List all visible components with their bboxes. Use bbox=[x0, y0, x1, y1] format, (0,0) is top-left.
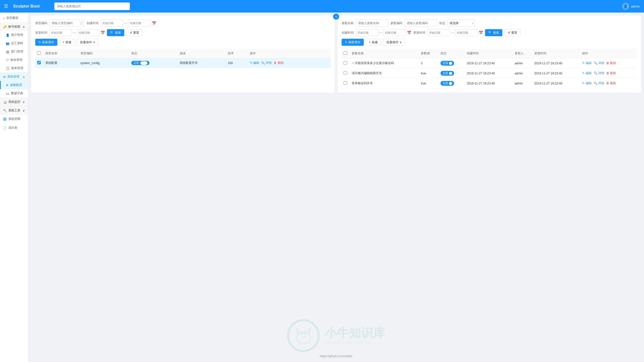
action-links-right-2: ✎ 编辑 🔍 详情 🗑 删除 bbox=[582, 71, 635, 75]
global-search-input[interactable] bbox=[54, 3, 130, 10]
update-time-range-right: — 📅 bbox=[427, 29, 483, 36]
search-button-left[interactable]: 🔍 搜索 bbox=[107, 29, 124, 36]
watermark: 小牛知识库 XIAO NIU ZHI SHI KU bbox=[287, 319, 385, 352]
app-title: Sculptor Boot bbox=[13, 4, 40, 9]
action-links-right-3: ✎ 编辑 🔍 详情 🗑 删除 bbox=[582, 81, 635, 85]
cell-ops-left-1: ✎ 编辑 🔍 详情 🗑 删除 bbox=[248, 58, 331, 68]
global-search-wrap bbox=[54, 3, 130, 10]
svg-point-0 bbox=[296, 333, 310, 344]
sidebar-item-home[interactable]: ⌂ 首页概览 bbox=[0, 14, 28, 22]
right-filter-row1: 参数名称 参数编码 状态 请选择 启用 禁用 ∨ bbox=[342, 20, 637, 27]
cell-create-time-2: 2019-11-27 19:23:40 bbox=[465, 68, 513, 78]
update-end-date-input-left[interactable] bbox=[77, 29, 100, 36]
reset-icon-right: ↺ bbox=[508, 31, 510, 34]
create-calendar-right[interactable]: 📅 bbox=[407, 31, 411, 35]
batch-button-right[interactable]: 批量操作 ∨ bbox=[383, 39, 405, 46]
create-start-date-right[interactable] bbox=[356, 29, 378, 36]
search-button-right[interactable]: 🔍 搜索 bbox=[485, 29, 502, 36]
update-start-date-right[interactable] bbox=[427, 29, 450, 36]
create-calendar-icon[interactable]: 📅 bbox=[152, 21, 156, 25]
cell-param-name-2: 演示模式编辑权限开关 bbox=[350, 68, 419, 78]
new-button-right[interactable]: + 新建 bbox=[366, 39, 381, 46]
status-toggle-right-2[interactable] bbox=[449, 72, 452, 75]
status-select-right[interactable]: 请选择 启用 禁用 bbox=[447, 20, 475, 27]
cell-param-value-2: true bbox=[419, 68, 438, 78]
detail-link-right-2[interactable]: 🔍 详情 bbox=[594, 71, 604, 75]
refresh-cache-button-right[interactable]: ↻ 刷新缓存 bbox=[342, 39, 364, 46]
row-checkbox-right-1[interactable] bbox=[344, 61, 347, 65]
menu-toggle-button[interactable]: ☰ bbox=[4, 4, 8, 9]
delete-link-right-2[interactable]: 🗑 删除 bbox=[606, 71, 616, 75]
refresh-cache-button-left[interactable]: ↻ 刷新缓存 bbox=[35, 39, 57, 46]
update-calendar-right[interactable]: 📅 bbox=[479, 31, 483, 35]
reset-icon-left: ↺ bbox=[130, 31, 132, 34]
detail-link-right-1[interactable]: 🔍 详情 bbox=[594, 61, 604, 65]
cell-updater-1: admin bbox=[513, 58, 532, 68]
new-button-left[interactable]: + 新建 bbox=[59, 39, 75, 46]
type-code-label: 类型编码 bbox=[35, 21, 47, 25]
right-panel: 参数名称 参数编码 状态 请选择 启用 禁用 ∨ bbox=[338, 16, 641, 93]
edit-link-right-1[interactable]: ✎ 编辑 bbox=[582, 61, 591, 65]
select-all-left[interactable] bbox=[37, 51, 41, 55]
col-type-code: 类型编码 bbox=[78, 49, 129, 58]
reset-button-right[interactable]: ↺ 重置 bbox=[504, 29, 520, 36]
plus-icon-right: + bbox=[369, 40, 371, 44]
sidebar-item-data-dict[interactable]: 📖 数据字典 bbox=[0, 89, 28, 98]
update-calendar-icon-left[interactable]: 📅 bbox=[101, 31, 105, 35]
type-code-clear-icon: ☐ bbox=[80, 21, 83, 25]
sidebar-item-dept[interactable]: 🏢 部门管理 bbox=[0, 48, 28, 56]
status-toggle-right-1[interactable] bbox=[449, 62, 452, 65]
status-badge-right-3: 启用 bbox=[440, 81, 454, 86]
col-type-name: 类型名称 bbox=[43, 49, 78, 58]
sidebar-item-sys-tools[interactable]: 🔧 系统工具 ∨ bbox=[0, 106, 28, 115]
create-end-date-input[interactable] bbox=[128, 20, 151, 27]
sidebar-item-param-config[interactable]: ⚙ 参数配置 bbox=[0, 81, 28, 89]
toggle-on-left-1[interactable] bbox=[140, 61, 147, 65]
sidebar-item-demo[interactable]: 📄 演示表 bbox=[0, 123, 28, 132]
right-filter-row2: 创建时间 — 📅 更新时间 — 📅 🔍 bbox=[342, 29, 637, 36]
delete-link-right-1[interactable]: 🗑 删除 bbox=[606, 61, 616, 65]
col-status-right: 状态 bbox=[438, 49, 465, 58]
row-checkbox-right-2[interactable] bbox=[344, 71, 347, 75]
footer-link[interactable]: https://github.com/cdk8s bbox=[318, 352, 354, 360]
sidebar-item-role[interactable]: 🛡 角色管理 bbox=[0, 56, 28, 64]
row-checkbox-left-1[interactable] bbox=[37, 61, 41, 64]
type-code-input[interactable] bbox=[49, 20, 85, 27]
edit-link-left-1[interactable]: ✎ 编辑 bbox=[250, 61, 259, 65]
watermark-circle bbox=[287, 319, 320, 352]
param-name-input[interactable] bbox=[356, 20, 388, 27]
sidebar-item-sys-monitor[interactable]: 📊 系统监控 ∨ bbox=[0, 98, 28, 106]
refresh-icon-left: ↻ bbox=[38, 40, 41, 44]
reset-button-left[interactable]: ↺ 重置 bbox=[126, 29, 142, 36]
split-toggle-button[interactable]: ∨ bbox=[333, 14, 339, 20]
sidebar-item-system-mgmt[interactable]: ⚙ 系统管理 ∧ bbox=[0, 72, 28, 81]
detail-link-right-3[interactable]: 🔍 详情 bbox=[594, 81, 604, 85]
update-time-range-left: — 📅 bbox=[49, 29, 105, 36]
watermark-sub-text: XIAO NIU ZHI SHI KU bbox=[325, 341, 385, 345]
select-all-right[interactable] bbox=[344, 51, 347, 55]
sidebar-item-employee[interactable]: 👥 员工资料 bbox=[0, 39, 28, 48]
edit-link-right-2[interactable]: ✎ 编辑 bbox=[582, 71, 591, 75]
employee-icon: 👥 bbox=[6, 42, 10, 45]
permissions-icon: 🔑 bbox=[3, 25, 7, 29]
create-start-date-input[interactable] bbox=[101, 20, 123, 27]
status-toggle-right-3[interactable] bbox=[449, 82, 452, 85]
delete-link-left-1[interactable]: 🗑 删除 bbox=[274, 61, 284, 65]
sidebar-item-sys-site[interactable]: 🌐 系统官网 bbox=[0, 115, 28, 123]
panels-row: 类型编码 ☐ 创建时间 — 📅 更新时间 bbox=[31, 16, 641, 93]
detail-link-left-1[interactable]: 🔍 详情 bbox=[261, 61, 272, 65]
create-end-date-right[interactable] bbox=[383, 29, 406, 36]
delete-link-right-3[interactable]: 🗑 删除 bbox=[606, 81, 616, 85]
sidebar-item-user-mgmt[interactable]: 👤 用户管理 bbox=[0, 31, 28, 39]
update-end-date-right[interactable] bbox=[455, 29, 478, 36]
edit-link-right-3[interactable]: ✎ 编辑 bbox=[582, 81, 591, 85]
sidebar-item-menu[interactable]: 📋 菜单管理 bbox=[0, 64, 28, 72]
row-checkbox-right-3[interactable] bbox=[344, 81, 347, 85]
sidebar-item-permissions[interactable]: 🔑 账号权限 ∧ bbox=[0, 22, 28, 31]
cell-param-value-3: true bbox=[419, 78, 438, 88]
update-start-date-input-left[interactable] bbox=[49, 29, 72, 36]
search-icon-right: 🔍 bbox=[488, 31, 492, 34]
batch-button-left[interactable]: 批量操作 ∨ bbox=[77, 39, 99, 46]
search-icon-left: 🔍 bbox=[110, 31, 114, 34]
param-code-input[interactable] bbox=[405, 20, 437, 27]
